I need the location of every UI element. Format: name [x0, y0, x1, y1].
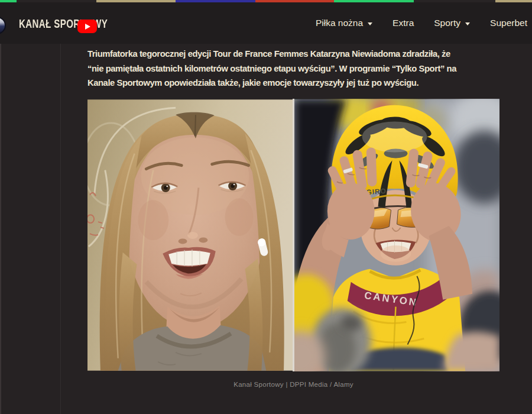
content-left-guide	[60, 44, 61, 414]
left-edge-highlight	[0, 44, 1, 414]
photo-caption: Kanał Sportowy | DPPI Media / Alamy	[87, 381, 499, 388]
interview-photo	[87, 99, 293, 371]
nav-item-pilka-nozna[interactable]: Piłka nożna	[316, 18, 372, 28]
nav-item-extra[interactable]: Extra	[392, 18, 414, 28]
nav-item-sporty[interactable]: Sporty	[434, 18, 470, 28]
article-content: Triumfatorka tegorocznej edycji Tour de …	[0, 44, 532, 414]
nav-label: Sporty	[434, 18, 460, 28]
finish-line-photo: CANYON	[294, 99, 499, 371]
nav-label: Superbet	[490, 18, 527, 28]
page-root: Kanał Sportowy Piłka nożna Extra Sporty …	[0, 0, 532, 414]
site-header: Kanał Sportowy Piłka nożna Extra Sporty …	[0, 2, 532, 44]
lead-line: “nie pamiętała ostatnich kilometrów osta…	[87, 62, 501, 76]
play-triangle-icon	[85, 24, 90, 30]
youtube-play-icon[interactable]	[77, 20, 97, 33]
lead-line: Kanale Sportowym opowiedziała także, jak…	[87, 76, 501, 90]
article-figure: CANYON	[87, 99, 499, 388]
nav-label: Piłka nożna	[316, 18, 363, 28]
finish-line-photo-illustration: CANYON	[294, 99, 499, 371]
interview-photo-illustration	[87, 99, 293, 371]
nav-label: Extra	[392, 18, 414, 28]
nav-item-superbet[interactable]: Superbet	[490, 18, 527, 28]
article-lead: Triumfatorka tegorocznej edycji Tour de …	[87, 47, 501, 90]
club-crest-icon	[0, 17, 6, 34]
chevron-down-icon	[368, 22, 372, 25]
chevron-down-icon	[465, 22, 470, 25]
lead-line: Triumfatorka tegorocznej edycji Tour de …	[87, 47, 501, 62]
main-nav: Piłka nożna Extra Sporty Superbet	[316, 2, 527, 44]
photo-pair: CANYON	[87, 99, 499, 371]
